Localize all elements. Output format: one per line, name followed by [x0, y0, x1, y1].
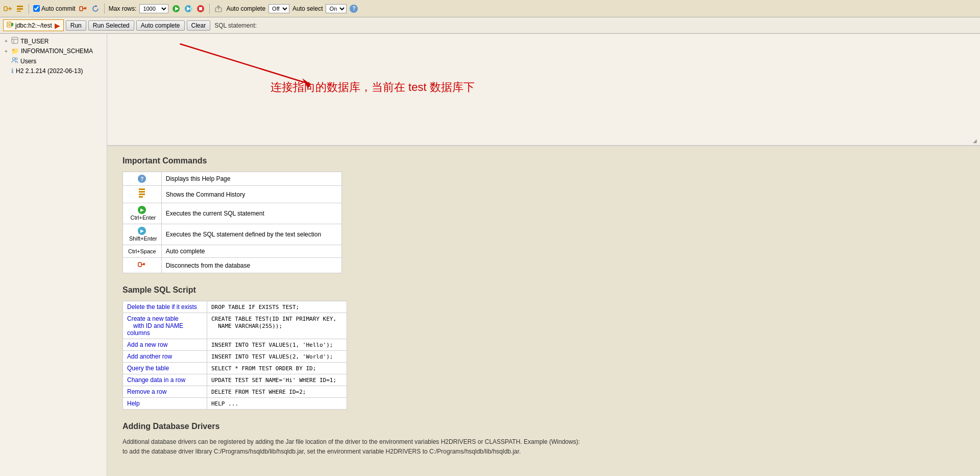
svg-rect-0	[4, 7, 7, 11]
auto-complete-button[interactable]: Auto complete	[136, 20, 185, 31]
sidebar-users-label: Users	[20, 58, 36, 65]
table-row: Add another row INSERT INTO TEST VALUES(…	[123, 351, 347, 363]
adding-drivers-text: Additional database drivers can be regis…	[122, 437, 582, 457]
toolbar-second: jdbc:h2:~/test ▶ Run Run Selected Auto c…	[0, 17, 980, 34]
db-arrow-icon: ▶	[55, 21, 60, 30]
shift-enter-label: Shift+Enter	[129, 235, 157, 242]
svg-line-28	[180, 44, 311, 84]
sql-code-insert2: INSERT INTO TEST VALUES(2, 'World');	[211, 353, 333, 360]
sql-code-help: HELP ...	[211, 400, 238, 407]
export-icon[interactable]	[214, 4, 223, 13]
auto-select-label: Auto select	[292, 5, 323, 12]
sql-link-create[interactable]: Create a new tablewith ID and NAME colum…	[123, 313, 207, 339]
sql-link-update[interactable]: Change data in a row	[123, 374, 207, 386]
commands-table: ? Displays this Help Page	[122, 172, 342, 273]
db-icon	[7, 21, 14, 30]
cmd-desc-disconnect: Disconnects from the database	[161, 258, 341, 273]
max-rows-label: Max rows:	[109, 5, 137, 12]
expand-icon[interactable]: +	[3, 48, 9, 54]
table-row: Query the table SELECT * FROM TEST ORDER…	[123, 363, 347, 374]
db-connection-label[interactable]: jdbc:h2:~/test ▶	[3, 19, 64, 31]
annotation-arrow	[107, 34, 980, 145]
db-name: jdbc:h2:~/test	[15, 22, 52, 29]
table-row: Ctrl+Space Auto complete	[123, 245, 342, 258]
sql-statement-label: SQL statement:	[214, 22, 257, 29]
important-commands-title: Important Commands	[122, 156, 965, 165]
run-selected-cmd-icon: ▶	[138, 227, 146, 235]
table-row: Delete the table if it exists DROP TABLE…	[123, 301, 347, 313]
help-circle-icon[interactable]: ?	[138, 175, 146, 183]
sidebar-version-label: H2 2.1.214 (2022-06-13)	[16, 67, 83, 75]
toolbar-top: Auto commit Max rows: 1000 100 500 5000 …	[0, 0, 980, 17]
history-cmd-icon	[138, 192, 146, 200]
sql-link-select[interactable]: Query the table	[123, 363, 207, 374]
run-icon: ▶	[138, 206, 146, 214]
auto-commit-text: Auto commit	[41, 5, 76, 12]
expand-icon-version	[3, 68, 9, 74]
table-row: Change data in a row UPDATE TEST SET NAM…	[123, 374, 347, 386]
cmd-desc-history: Shows the Command History	[161, 186, 341, 203]
svg-rect-30	[139, 188, 145, 190]
sql-link-insert1[interactable]: Add a new row	[123, 339, 207, 351]
clear-button[interactable]: Clear	[187, 20, 211, 31]
run-button[interactable]: Run	[66, 20, 86, 31]
sql-code-insert1: INSERT INTO TEST VALUES(1, 'Hello');	[211, 342, 333, 348]
auto-complete-select[interactable]: Off On	[268, 4, 289, 13]
ctrl-enter-label: Ctrl+Enter	[130, 215, 156, 221]
refresh-icon[interactable]	[91, 4, 100, 13]
connect-icon[interactable]	[3, 4, 12, 13]
disconnect-icon[interactable]	[79, 4, 88, 13]
sql-link-insert2[interactable]: Add another row	[123, 351, 207, 363]
expand-icon[interactable]: +	[3, 38, 9, 44]
run-execute-icon[interactable]	[172, 4, 181, 13]
stop-icon[interactable]	[196, 4, 205, 13]
sidebar-tb-user-label: TB_USER	[20, 38, 48, 45]
info-icon: ℹ	[11, 67, 14, 75]
table-row: Disconnects from the database	[123, 258, 342, 273]
sidebar-item-users[interactable]: Users	[0, 56, 107, 66]
sidebar-item-tb-user[interactable]: + TB_USER	[0, 36, 107, 46]
svg-rect-5	[80, 7, 83, 11]
table-icon	[11, 37, 18, 45]
help-content: Important Commands ? Displays this Help …	[107, 146, 980, 467]
sql-link-help[interactable]: Help	[123, 398, 207, 410]
adding-drivers-section: Adding Database Drivers Additional datab…	[122, 422, 965, 457]
resize-handle[interactable]: ◢	[973, 138, 979, 144]
svg-point-27	[15, 58, 17, 60]
separator-3	[209, 4, 210, 14]
svg-rect-23	[12, 37, 18, 43]
table-row: Add a new row INSERT INTO TEST VALUES(1,…	[123, 339, 347, 351]
cmd-desc-help: Displays this Help Page	[161, 172, 341, 186]
table-row: Help HELP ...	[123, 398, 347, 410]
table-row: ? Displays this Help Page	[123, 172, 342, 186]
table-row: ▶ Shift+Enter Executes the SQL statement…	[123, 224, 342, 245]
adding-drivers-title: Adding Database Drivers	[122, 422, 965, 431]
sql-link-delete[interactable]: Delete the table if it exists	[123, 301, 207, 313]
table-row: ▶ Ctrl+Enter Executes the current SQL st…	[123, 203, 342, 224]
sidebar-info-schema-label: INFORMATION_SCHEMA	[21, 47, 93, 55]
sql-link-delete-row[interactable]: Remove a row	[123, 386, 207, 398]
svg-point-26	[13, 58, 15, 60]
sample-sql-title: Sample SQL Script	[122, 285, 965, 295]
auto-commit-label[interactable]: Auto commit	[33, 5, 76, 12]
auto-commit-checkbox[interactable]	[33, 5, 40, 12]
table-row: Shows the Command History	[123, 186, 342, 203]
sidebar-item-information-schema[interactable]: + 📁 INFORMATION_SCHEMA	[0, 46, 107, 56]
annotation-area: 连接指向的数据库，当前在 test 数据库下 ◢	[107, 34, 980, 146]
svg-rect-4	[17, 11, 21, 12]
main-layout: + TB_USER + 📁 INFORMATION_SCHEMA	[0, 34, 980, 476]
disconnect-cmd-icon	[138, 262, 146, 270]
content-area: 连接指向的数据库，当前在 test 数据库下 ◢ Important Comma…	[107, 34, 980, 476]
auto-select-select[interactable]: On Off	[326, 4, 347, 13]
folder-icon: 📁	[11, 47, 19, 55]
history-icon[interactable]	[15, 4, 24, 13]
svg-rect-22	[11, 23, 13, 26]
run-selected-icon[interactable]	[184, 4, 193, 13]
users-icon	[11, 57, 18, 65]
separator-2	[104, 4, 105, 14]
toolbar-help-icon[interactable]: ?	[350, 5, 358, 13]
max-rows-select[interactable]: 1000 100 500 5000 10000	[139, 4, 168, 13]
run-selected-button[interactable]: Run Selected	[88, 20, 134, 31]
sql-code-update: UPDATE TEST SET NAME='Hi' WHERE ID=1;	[211, 377, 336, 384]
cmd-desc-autocomplete: Auto complete	[161, 245, 341, 258]
